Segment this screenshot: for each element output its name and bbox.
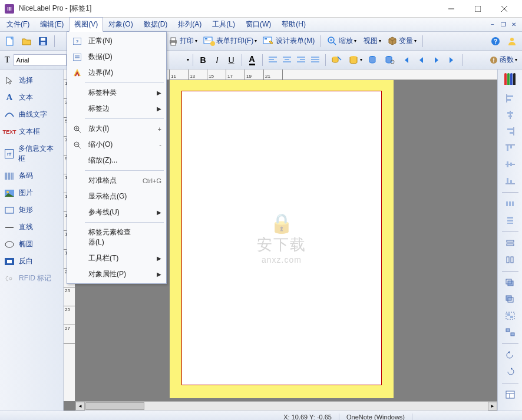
menu-file[interactable]: 文件(F): [1, 17, 35, 32]
db-select-button[interactable]: ▾: [346, 53, 365, 67]
align-hcenter-button[interactable]: [503, 108, 517, 121]
scroll-right-button[interactable]: ►: [488, 402, 497, 411]
minimize-button[interactable]: [438, 0, 464, 17]
db-last-button[interactable]: [445, 53, 459, 67]
bring-front-button[interactable]: [503, 276, 517, 289]
svg-rect-74: [506, 201, 508, 206]
db-wizard-button[interactable]: [329, 53, 345, 67]
menu-arrange[interactable]: 排列(A): [173, 17, 207, 32]
db-edit-button[interactable]: [366, 53, 381, 67]
db-next-button[interactable]: [430, 53, 444, 67]
menu-data[interactable]: 数据(D): [68, 49, 165, 65]
menu-obj-props[interactable]: 对象属性(P)▶: [68, 266, 165, 282]
close-button[interactable]: [491, 0, 517, 17]
menu-snap-grid[interactable]: 对准格点Ctrl+G: [68, 173, 165, 188]
design-form-button[interactable]: 设计表单(M): [260, 34, 317, 48]
horizontal-scrollbar[interactable]: ◄ ►: [75, 401, 497, 411]
dropdown-arrow-icon[interactable]: ▾: [187, 57, 189, 62]
menu-toolbars[interactable]: 工具栏(T)▶: [68, 250, 165, 266]
mdi-minimize[interactable]: −: [488, 21, 497, 29]
underline-button[interactable]: U: [225, 54, 238, 67]
font-name-select[interactable]: [14, 54, 67, 66]
send-back-button[interactable]: [503, 293, 517, 306]
distribute-v-button[interactable]: [503, 214, 517, 227]
align-right-edge-button[interactable]: [503, 125, 517, 138]
help-button[interactable]: ?: [488, 34, 503, 48]
db-first-button[interactable]: [399, 53, 413, 67]
menu-label-edges[interactable]: 标签边▶: [68, 101, 165, 117]
tool-inverse[interactable]: 反白: [0, 253, 63, 270]
align-left-button[interactable]: [266, 54, 279, 67]
menu-zoom-out[interactable]: 缩小(O)-: [68, 137, 165, 153]
maximize-button[interactable]: [464, 0, 491, 17]
menu-label-types[interactable]: 标签种类▶: [68, 85, 165, 101]
menu-normal[interactable]: ?正常(N): [68, 33, 165, 49]
tool-rectangle[interactable]: 矩形: [0, 201, 63, 219]
menu-zoom-in[interactable]: 放大(I)+: [68, 121, 165, 137]
tool-barcode[interactable]: 条码: [0, 167, 63, 184]
functions-button[interactable]: f函数▾: [487, 53, 520, 67]
scroll-left-button[interactable]: ◄: [75, 402, 85, 411]
label-printable-area[interactable]: 🔒 安下载 anxz.com: [181, 91, 382, 385]
rotate-left-button[interactable]: [503, 349, 517, 362]
form-print-button[interactable]: 表单打印(F)▾: [201, 34, 259, 48]
menu-window[interactable]: 窗口(W): [240, 17, 276, 32]
tool-ellipse[interactable]: 椭圆: [0, 236, 63, 253]
mdi-restore[interactable]: ❐: [498, 21, 508, 29]
align-bottom-button[interactable]: [503, 174, 517, 187]
menu-data[interactable]: 数据(D): [138, 17, 173, 32]
tool-curved-text[interactable]: 曲线文字: [0, 106, 63, 123]
group-button[interactable]: [503, 309, 517, 322]
menu-help[interactable]: 帮助(H): [276, 17, 311, 32]
menu-border[interactable]: 边界(M): [68, 65, 165, 81]
same-height-button[interactable]: [503, 253, 517, 266]
variables-button[interactable]: 变量▾: [385, 34, 419, 48]
scroll-thumb[interactable]: [85, 402, 144, 410]
open-button[interactable]: [19, 34, 34, 48]
zoom-button[interactable]: 缩放▾: [325, 34, 359, 48]
font-color-button[interactable]: A: [246, 54, 259, 67]
zoom-label: 缩放: [339, 36, 353, 46]
save-button[interactable]: [35, 34, 51, 48]
db-icon: [348, 55, 359, 65]
tool-select[interactable]: 选择: [0, 72, 63, 89]
pen-colors[interactable]: [504, 73, 516, 85]
menu-object[interactable]: 对象(O): [103, 17, 138, 32]
view-button[interactable]: 视图▾: [360, 34, 384, 48]
db-query-button[interactable]: [382, 53, 398, 67]
same-width-button[interactable]: [503, 237, 517, 250]
menu-edit[interactable]: 编辑(E): [35, 17, 69, 32]
align-vcenter-button[interactable]: [503, 158, 517, 171]
tool-textbox[interactable]: TEXT文本框: [0, 123, 63, 140]
tool-text[interactable]: A文本: [0, 89, 63, 106]
font-icon: T: [5, 55, 10, 65]
italic-button[interactable]: I: [211, 54, 224, 67]
bold-button[interactable]: B: [197, 54, 210, 67]
align-top-button[interactable]: [503, 141, 517, 154]
tool-rfid[interactable]: RFID 标记: [0, 270, 63, 287]
user-button[interactable]: [504, 34, 520, 48]
tool-picture[interactable]: 图片: [0, 184, 63, 201]
menu-show-grid[interactable]: 显示格点(G): [68, 188, 165, 204]
menu-inspector[interactable]: 标签元素检查器(L): [68, 224, 165, 250]
menu-guides[interactable]: 参考线(U)▶: [68, 204, 165, 220]
new-button[interactable]: [2, 34, 18, 48]
print-button[interactable]: 打印▾: [166, 34, 200, 48]
align-left-edge-button[interactable]: [503, 92, 517, 105]
menu-tools[interactable]: 工具(L): [207, 17, 240, 32]
tool-line[interactable]: 直线: [0, 219, 63, 236]
mdi-close[interactable]: ✕: [509, 21, 518, 29]
arrow-icon: [5, 76, 14, 85]
align-center-button[interactable]: [280, 54, 293, 67]
db-prev-button[interactable]: [414, 53, 428, 67]
distribute-h-button[interactable]: [503, 197, 517, 210]
align-justify-button[interactable]: [309, 54, 322, 67]
properties-button[interactable]: [503, 388, 517, 401]
menu-zoom[interactable]: 缩放(Z)...: [68, 153, 165, 168]
svg-text:f: f: [493, 57, 495, 64]
ungroup-button[interactable]: [503, 326, 517, 339]
align-right-button[interactable]: [295, 54, 308, 67]
tool-rtf[interactable]: rtf多信息文本框: [0, 140, 63, 167]
menu-view[interactable]: 视图(V): [69, 17, 103, 32]
rotate-right-button[interactable]: [503, 365, 517, 378]
